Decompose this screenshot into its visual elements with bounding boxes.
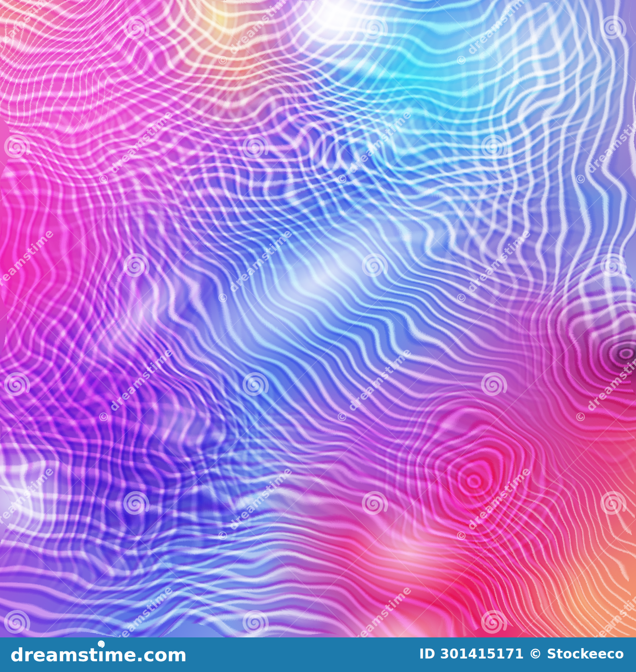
logo-letter-i: ı — [98, 645, 104, 664]
watermark-spiral-icon — [0, 365, 36, 406]
watermark-text: © dreamstime — [95, 345, 176, 426]
watermark-text: © dreamstime — [95, 107, 176, 188]
logo-text-before: dreamst — [10, 645, 98, 664]
watermark-spiral-icon — [0, 603, 36, 637]
watermark-text: © dreamstime — [572, 583, 636, 637]
watermark-text: © dreamstime — [572, 345, 636, 426]
watermark-spiral-icon — [473, 603, 513, 637]
watermark-spiral-icon — [353, 8, 394, 49]
watermark-text: © dreamstime — [214, 226, 295, 307]
watermark-spiral-icon — [115, 8, 155, 49]
watermark-layer: © dreamstime© dreamstime© dreamstime© dr… — [0, 0, 636, 637]
watermark-text: © dreamstime — [214, 0, 295, 69]
dreamstime-spiral-icon — [97, 640, 105, 648]
watermark-spiral-icon — [353, 246, 394, 287]
dreamstime-logo: dreamstıme.com — [10, 645, 187, 664]
watermark-spiral-icon — [473, 365, 513, 406]
watermark-text: © dreamstime — [452, 226, 534, 307]
stock-photo: © dreamstime© dreamstime© dreamstime© dr… — [0, 0, 636, 637]
watermark-spiral-icon — [592, 8, 632, 49]
watermark-spiral-icon — [234, 603, 275, 637]
watermark-spiral-icon — [234, 127, 275, 168]
watermark-spiral-icon — [592, 246, 632, 287]
watermark-spiral-icon — [234, 365, 275, 406]
watermark-text: © dreamstime — [333, 107, 415, 188]
watermark-text: © dreamstime — [0, 464, 56, 545]
watermark-spiral-icon — [115, 246, 155, 287]
image-credit: ID 301415171 © Stockeeco — [419, 646, 624, 662]
watermark-text: © dreamstime — [214, 464, 295, 545]
watermark-spiral-icon — [473, 127, 513, 168]
logo-text-after: me.com — [104, 645, 187, 664]
watermark-text: © dreamstime — [452, 464, 534, 545]
watermark-text: © dreamstime — [333, 345, 415, 426]
stock-image-page: © dreamstime© dreamstime© dreamstime© dr… — [0, 0, 636, 672]
watermark-text: © dreamstime — [452, 0, 534, 69]
watermark-text: © dreamstime — [333, 583, 415, 637]
watermark-text: © dreamstime — [572, 107, 636, 188]
watermark-spiral-icon — [592, 484, 632, 524]
watermark-text: © dreamstime — [95, 583, 176, 637]
watermark-spiral-icon — [115, 484, 155, 524]
watermark-text: © dreamstime — [0, 226, 56, 307]
watermark-spiral-icon — [0, 127, 36, 168]
watermark-text: © dreamstime — [0, 0, 56, 69]
watermark-spiral-icon — [353, 484, 394, 524]
footer-bar: dreamstıme.com ID 301415171 © Stockeeco — [0, 637, 636, 672]
